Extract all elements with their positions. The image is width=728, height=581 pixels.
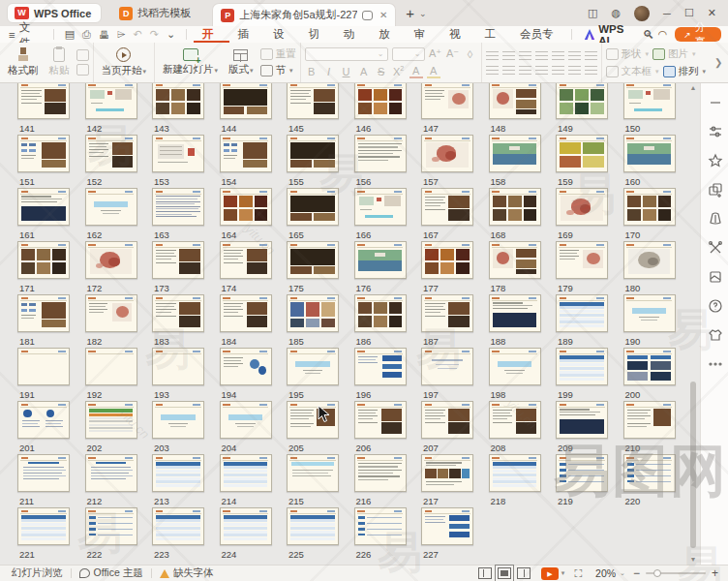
slide-canvas[interactable] bbox=[489, 348, 541, 385]
slide-canvas[interactable] bbox=[17, 507, 70, 545]
slide-canvas[interactable] bbox=[220, 507, 272, 545]
slide-thumbnail-162[interactable]: 162 bbox=[85, 188, 139, 226]
print-preview-icon[interactable]: ⌲ bbox=[117, 28, 126, 41]
slide-thumbnail-218[interactable]: 218 bbox=[489, 454, 543, 492]
slide-canvas[interactable] bbox=[17, 135, 70, 172]
slide-canvas[interactable] bbox=[17, 188, 70, 226]
missing-fonts-label[interactable]: 缺失字体 bbox=[173, 566, 214, 580]
slide-thumbnail-157[interactable]: 157 bbox=[421, 135, 475, 172]
slide-canvas[interactable] bbox=[623, 188, 676, 226]
textbox-button[interactable]: 文本框▾ bbox=[606, 65, 659, 78]
slide-thumbnail-189[interactable]: 189 bbox=[556, 294, 610, 332]
slide-canvas[interactable] bbox=[152, 83, 204, 119]
slide-canvas[interactable] bbox=[354, 188, 407, 226]
slide-canvas[interactable] bbox=[623, 348, 676, 385]
slide-thumbnail-164[interactable]: 164 bbox=[220, 188, 274, 226]
play-from-current-button[interactable]: 当页开始▾ bbox=[98, 46, 151, 78]
split-view-icon[interactable]: ◫ bbox=[588, 7, 597, 19]
menu-tab-插入[interactable]: 插入 bbox=[229, 26, 264, 43]
slide-thumbnail-221[interactable]: 221 bbox=[17, 507, 72, 545]
slide-canvas[interactable] bbox=[623, 83, 676, 119]
slide-thumbnail-145[interactable]: 145 bbox=[287, 83, 341, 119]
slide-canvas[interactable] bbox=[421, 294, 473, 332]
slide-thumbnail-152[interactable]: 152 bbox=[85, 135, 139, 172]
slide-canvas[interactable] bbox=[220, 188, 272, 226]
paragraph-mark-icon[interactable] bbox=[585, 50, 597, 61]
slide-thumbnail-149[interactable]: 149 bbox=[556, 83, 610, 119]
slide-thumbnail-178[interactable]: 178 bbox=[489, 241, 543, 279]
text-direction-icon[interactable] bbox=[568, 50, 581, 61]
tools-icon[interactable] bbox=[708, 240, 723, 256]
more-dots-icon[interactable] bbox=[708, 356, 723, 372]
slide-thumbnail-203[interactable]: 203 bbox=[152, 401, 206, 439]
zoom-slider-knob[interactable] bbox=[653, 569, 661, 577]
menu-tab-会员专享[interactable]: 会员专享 bbox=[511, 26, 564, 43]
slide-canvas[interactable] bbox=[152, 348, 204, 385]
slide-thumbnail-215[interactable]: 215 bbox=[287, 454, 341, 492]
slide-canvas[interactable] bbox=[287, 83, 339, 119]
slide-thumbnail-146[interactable]: 146 bbox=[354, 83, 409, 119]
slide-canvas[interactable] bbox=[220, 294, 272, 332]
slide-thumbnail-181[interactable]: 181 bbox=[17, 294, 72, 332]
slide-canvas[interactable] bbox=[354, 507, 407, 545]
slide-canvas[interactable] bbox=[489, 401, 541, 439]
slide-canvas[interactable] bbox=[220, 83, 272, 119]
slide-canvas[interactable] bbox=[623, 401, 676, 439]
new-slide-button[interactable]: 新建幻灯片▾ bbox=[159, 47, 222, 77]
menu-tab-设计[interactable]: 设计 bbox=[264, 26, 299, 43]
font-style-button-3[interactable]: A bbox=[357, 66, 371, 77]
slide-thumbnail-169[interactable]: 169 bbox=[556, 188, 610, 226]
slide-thumbnail-172[interactable]: 172 bbox=[85, 241, 139, 279]
slide-thumbnail-200[interactable]: 200 bbox=[623, 348, 678, 385]
slide-canvas[interactable] bbox=[556, 188, 608, 226]
slide-canvas[interactable] bbox=[421, 188, 473, 226]
slide-thumbnail-148[interactable]: 148 bbox=[489, 83, 543, 119]
slide-thumbnail-158[interactable]: 158 bbox=[489, 135, 543, 172]
indent-icon[interactable] bbox=[535, 50, 548, 61]
slide-thumbnail-199[interactable]: 199 bbox=[556, 348, 610, 385]
slide-canvas[interactable] bbox=[220, 135, 272, 172]
cloak-icon[interactable] bbox=[708, 211, 723, 227]
quick-access-chevron-icon[interactable]: ⌄ bbox=[167, 28, 175, 41]
slide-canvas[interactable] bbox=[17, 401, 70, 439]
menu-tab-工具[interactable]: 工具 bbox=[476, 26, 511, 43]
slide-thumbnail-214[interactable]: 214 bbox=[220, 454, 274, 492]
justify-icon[interactable] bbox=[535, 65, 548, 76]
undo-icon[interactable]: ↶ bbox=[134, 28, 142, 41]
slide-thumbnail-208[interactable]: 208 bbox=[489, 401, 543, 439]
slide-thumbnail-173[interactable]: 173 bbox=[152, 241, 206, 279]
slide-thumbnail-177[interactable]: 177 bbox=[421, 241, 475, 279]
slide-canvas[interactable] bbox=[489, 241, 541, 279]
slide-thumbnail-160[interactable]: 160 bbox=[623, 135, 678, 172]
font-style-button-1[interactable]: I bbox=[322, 66, 336, 77]
slide-canvas[interactable] bbox=[287, 401, 339, 439]
slide-canvas[interactable] bbox=[85, 401, 137, 439]
layout-button[interactable]: 版式▾ bbox=[225, 48, 258, 77]
slide-thumbnail-209[interactable]: 209 bbox=[556, 401, 610, 439]
section-button[interactable]: 节▾ bbox=[260, 64, 296, 77]
menu-tab-切换[interactable]: 切换 bbox=[299, 26, 334, 43]
scroll-down-arrow[interactable]: ▼ bbox=[688, 555, 698, 565]
slide-thumbnail-191[interactable]: 191 bbox=[17, 348, 72, 385]
slide-thumbnail-184[interactable]: 184 bbox=[220, 294, 274, 332]
slide-canvas[interactable] bbox=[623, 454, 676, 492]
pinyin-icon[interactable] bbox=[552, 50, 564, 61]
slide-canvas[interactable] bbox=[421, 401, 473, 439]
font-name-select[interactable]: ⌄ bbox=[305, 47, 388, 61]
slide-thumbnail-185[interactable]: 185 bbox=[287, 294, 341, 332]
decrease-font-button[interactable]: A⁻ bbox=[446, 47, 460, 60]
slide-canvas[interactable] bbox=[287, 454, 339, 492]
search-icon[interactable]: 🔍︎ bbox=[643, 28, 654, 42]
slide-thumbnail-159[interactable]: 159 bbox=[556, 135, 610, 172]
reading-view-button[interactable] bbox=[517, 567, 531, 579]
align-center-icon[interactable] bbox=[502, 65, 515, 76]
slide-thumbnail-156[interactable]: 156 bbox=[354, 135, 409, 172]
slide-thumbnail-224[interactable]: 224 bbox=[220, 507, 274, 545]
slide-canvas[interactable] bbox=[556, 348, 608, 385]
slide-thumbnail-147[interactable]: 147 bbox=[421, 83, 475, 119]
slide-canvas[interactable] bbox=[85, 348, 137, 385]
menu-tab-视图[interactable]: 视图 bbox=[440, 26, 475, 43]
slide-canvas[interactable] bbox=[287, 188, 339, 226]
slide-thumbnail-155[interactable]: 155 bbox=[287, 135, 341, 172]
slide-thumbnail-168[interactable]: 168 bbox=[489, 188, 543, 226]
